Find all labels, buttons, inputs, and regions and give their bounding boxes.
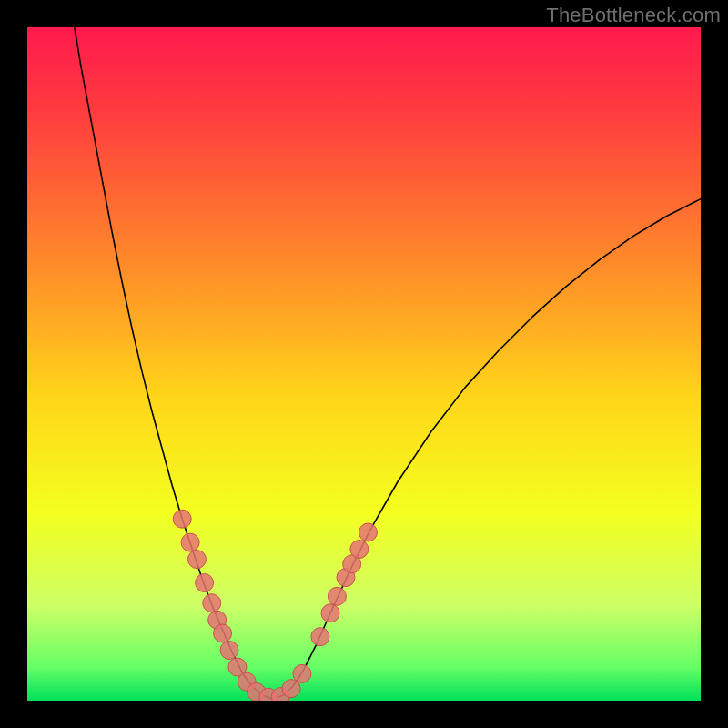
chart-frame: TheBottleneck.com [0,0,728,728]
scatter-dot [350,541,369,559]
scatter-dot [187,551,206,569]
chart-svg [27,27,701,701]
scatter-dot [196,574,214,592]
scatter-dot [173,510,191,528]
scatter-dot [328,587,346,605]
scatter-dot [293,664,311,682]
scatter-dot [311,628,329,646]
scatter-dot [359,523,377,541]
plot-area [27,27,701,701]
watermark-text: TheBottleneck.com [546,4,721,27]
gradient-background [27,27,701,701]
scatter-dot [220,642,238,660]
scatter-dot [321,604,339,622]
scatter-dot [181,533,199,551]
scatter-dot [203,594,221,612]
scatter-dot [214,624,232,642]
